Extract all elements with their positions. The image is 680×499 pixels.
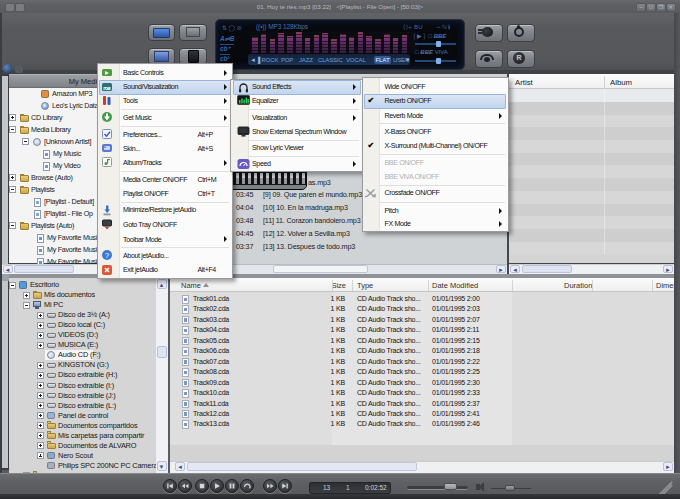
svg-text:?: ? bbox=[105, 251, 110, 260]
